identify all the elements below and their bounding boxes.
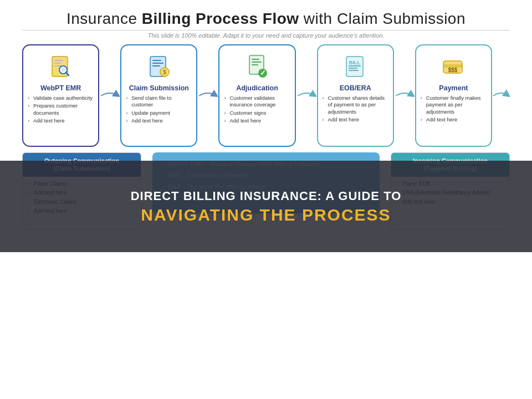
svg-rect-10 [152, 63, 163, 64]
card-payment: $$$ Payment Customer finally makes payme… [415, 44, 492, 147]
arrow-3-4 [296, 89, 317, 103]
card-5-title: Payment [439, 84, 468, 92]
card-2-item-2: Update payment [126, 110, 192, 116]
card-eob-era: BILL EOB/ERA Customer shares details of … [317, 44, 394, 147]
title-divider [22, 30, 510, 30]
card-1-list: Validate case authenticity Prepares cust… [28, 95, 94, 125]
svg-rect-25 [349, 68, 357, 69]
svg-rect-24 [349, 65, 361, 66]
card-2-item-3: Add text here [126, 117, 192, 124]
arrow-2-3 [197, 89, 218, 103]
card-3-list: Customer validates insurance coverage Cu… [224, 95, 290, 125]
card-4-item-2: Add text here [323, 116, 388, 123]
svg-text:BILL: BILL [349, 60, 360, 65]
banner-line1: DIRECT BILLING INSURANCE: A GUIDE TO [131, 189, 402, 203]
subtitle: This slide is 100% editable. Adapt it to… [22, 32, 510, 39]
card-claim-submission: $ Claim Submission Send claim file to cu… [120, 44, 197, 147]
svg-rect-9 [152, 60, 161, 61]
svg-rect-17 [252, 62, 262, 63]
title-area: Insurance Billing Process Flow with Clai… [22, 10, 510, 28]
adjudication-icon: ✓ [243, 52, 272, 81]
svg-text:✓: ✓ [260, 69, 266, 77]
card-webpt-emr: WebPT EMR Validate case authenticity Pre… [22, 44, 99, 147]
flow-row: WebPT EMR Validate case authenticity Pre… [22, 44, 510, 147]
arrow-1-2 [99, 89, 120, 103]
card-1-item-3: Add text here [28, 117, 94, 124]
svg-point-5 [61, 68, 65, 72]
card-5-list: Customer finally makes payment as per ad… [421, 95, 487, 124]
card-adjudication: ✓ Adjudication Customer validates insura… [218, 44, 295, 147]
svg-rect-26 [349, 70, 359, 71]
card-4-title: EOB/ERA [340, 84, 371, 92]
card-5-item-2: Add text here [421, 116, 487, 123]
end-arrow [492, 89, 510, 103]
card-2-title: Claim Submission [129, 84, 189, 92]
payment-icon: $$$ [439, 52, 468, 81]
banner-overlay: DIRECT BILLING INSURANCE: A GUIDE TO NAV… [0, 161, 532, 252]
card-5-item-1: Customer finally makes payment as per ad… [421, 95, 487, 115]
svg-text:$: $ [163, 69, 166, 75]
slide: Insurance Billing Process Flow with Clai… [0, 0, 532, 399]
card-4-item-1: Customer shares details of payment to as… [323, 95, 388, 115]
card-3-item-2: Customer signs [224, 110, 290, 116]
card-1-item-1: Validate case authenticity [28, 95, 94, 101]
arrow-4-5 [394, 89, 415, 103]
eob-icon: BILL [341, 52, 370, 81]
svg-rect-2 [54, 63, 61, 64]
card-4-list: Customer shares details of payment to as… [323, 95, 388, 124]
card-3-item-1: Customer validates insurance coverage [224, 95, 290, 109]
card-2-list: Send claim file to customer Update payme… [126, 95, 192, 125]
emr-icon [47, 52, 75, 81]
svg-rect-11 [152, 65, 160, 66]
svg-rect-16 [252, 59, 259, 60]
slide-title: Insurance Billing Process Flow with Clai… [22, 10, 510, 28]
svg-rect-1 [54, 60, 63, 61]
card-3-item-3: Add text here [224, 117, 290, 124]
svg-rect-18 [252, 64, 258, 65]
card-1-item-2: Prepares customer documents [28, 103, 94, 116]
claim-icon: $ [145, 52, 173, 81]
svg-text:$$$: $$$ [448, 67, 458, 73]
card-2-item-1: Send claim file to customer [126, 95, 192, 109]
card-3-title: Adjudication [236, 84, 278, 92]
card-1-title: WebPT EMR [40, 84, 81, 92]
banner-line2: NAVIGATING THE PROCESS [141, 206, 391, 224]
